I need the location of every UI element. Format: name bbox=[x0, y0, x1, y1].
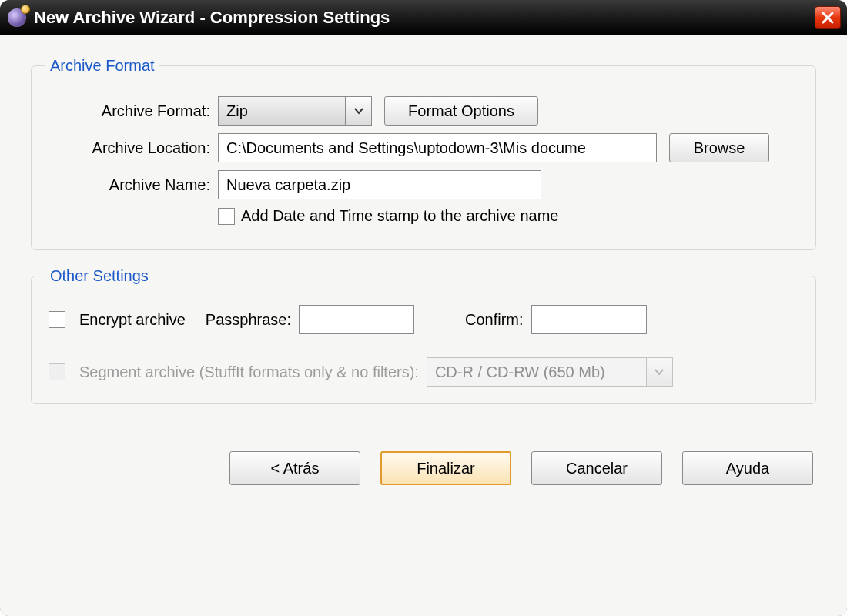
archive-location-input[interactable] bbox=[218, 133, 657, 162]
chevron-down-icon bbox=[654, 367, 665, 377]
passphrase-input[interactable] bbox=[299, 305, 414, 334]
archive-format-combo[interactable]: Zip bbox=[218, 96, 372, 126]
client-area: Archive Format Archive Format: Zip Forma… bbox=[0, 35, 847, 616]
other-settings-legend: Other Settings bbox=[45, 267, 153, 285]
close-button[interactable] bbox=[815, 6, 841, 29]
passphrase-label: Passphrase: bbox=[206, 311, 291, 329]
archive-name-input[interactable] bbox=[218, 170, 541, 199]
browse-label: Browse bbox=[694, 139, 745, 157]
chevron-down-icon bbox=[353, 105, 364, 116]
segment-value: CD-R / CD-RW (650 Mb) bbox=[427, 363, 646, 381]
cancel-button[interactable]: Cancelar bbox=[531, 451, 662, 485]
segment-dropdown-button bbox=[646, 358, 672, 386]
format-options-label: Format Options bbox=[408, 102, 514, 120]
segment-label: Segment archive (StuffIt formats only & … bbox=[79, 363, 419, 381]
close-icon bbox=[821, 11, 835, 25]
titlebar: New Archive Wizard - Compression Setting… bbox=[0, 0, 847, 35]
cancel-label: Cancelar bbox=[566, 460, 628, 477]
other-settings-group: Other Settings Encrypt archive Passphras… bbox=[31, 267, 816, 404]
back-button[interactable]: < Atrás bbox=[229, 451, 360, 485]
confirm-label: Confirm: bbox=[465, 311, 524, 329]
archive-format-legend: Archive Format bbox=[45, 57, 159, 75]
finish-label: Finalizar bbox=[417, 460, 475, 477]
footer-separator bbox=[31, 437, 816, 437]
wizard-window: New Archive Wizard - Compression Setting… bbox=[0, 0, 847, 616]
app-icon bbox=[8, 8, 26, 27]
browse-button[interactable]: Browse bbox=[669, 133, 769, 162]
confirm-input[interactable] bbox=[531, 305, 647, 334]
archive-name-label: Archive Name: bbox=[49, 176, 218, 194]
datestamp-checkbox[interactable] bbox=[218, 208, 235, 225]
segment-combo: CD-R / CD-RW (650 Mb) bbox=[427, 357, 673, 387]
datestamp-label: Add Date and Time stamp to the archive n… bbox=[241, 207, 558, 225]
window-title: New Archive Wizard - Compression Setting… bbox=[34, 8, 815, 28]
archive-format-label: Archive Format: bbox=[49, 102, 218, 120]
segment-checkbox bbox=[49, 363, 65, 380]
archive-format-value: Zip bbox=[219, 102, 345, 120]
back-label: < Atrás bbox=[271, 460, 320, 477]
footer: < Atrás Finalizar Cancelar Ayuda bbox=[31, 451, 816, 485]
finish-button[interactable]: Finalizar bbox=[380, 451, 511, 485]
encrypt-label: Encrypt archive bbox=[79, 311, 186, 329]
help-label: Ayuda bbox=[726, 460, 769, 477]
archive-format-group: Archive Format Archive Format: Zip Forma… bbox=[31, 57, 816, 250]
encrypt-checkbox[interactable] bbox=[49, 311, 65, 328]
format-options-button[interactable]: Format Options bbox=[384, 96, 538, 126]
help-button[interactable]: Ayuda bbox=[682, 451, 813, 485]
archive-format-dropdown-button[interactable] bbox=[345, 97, 371, 125]
archive-location-label: Archive Location: bbox=[49, 139, 218, 157]
